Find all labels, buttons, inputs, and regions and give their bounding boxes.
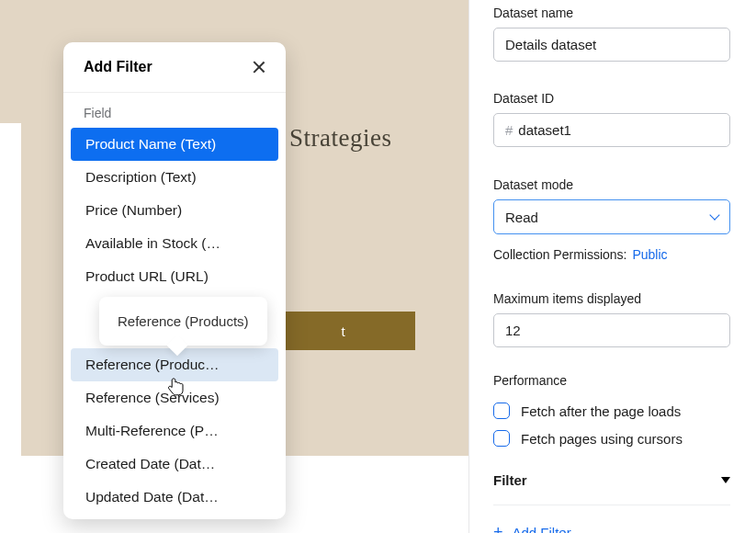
chevron-down-icon: [709, 210, 719, 220]
dataset-mode-value: Read: [505, 210, 538, 225]
add-filter-button[interactable]: + Add Filter: [493, 524, 730, 533]
dataset-name-label: Dataset name: [493, 6, 730, 20]
triangle-down-icon: [721, 477, 730, 483]
divider: [493, 505, 730, 505]
dataset-id-label: Dataset ID: [493, 91, 730, 106]
dataset-name-value: Details dataset: [505, 37, 596, 52]
collection-permissions: Collection Permissions: Public: [493, 247, 730, 262]
filter-section-toggle[interactable]: Filter: [493, 472, 730, 488]
hash-icon: #: [505, 122, 513, 138]
close-icon[interactable]: [253, 61, 265, 74]
field-item-product-url[interactable]: Product URL (URL): [71, 260, 278, 293]
plus-icon: +: [493, 524, 503, 533]
field-item-multi-reference[interactable]: Multi-Reference (P…: [71, 414, 278, 448]
field-item-product-name[interactable]: Product Name (Text): [71, 128, 278, 161]
filter-label: Filter: [493, 472, 527, 488]
page-heading: Strategies: [289, 124, 391, 153]
fetch-after-label: Fetch after the page loads: [521, 403, 681, 419]
fetch-cursors-checkbox-row[interactable]: Fetch pages using cursors: [493, 430, 730, 447]
field-tooltip: Reference (Products): [99, 297, 267, 346]
fetch-cursors-label: Fetch pages using cursors: [521, 431, 683, 447]
checkbox-icon: [493, 430, 510, 447]
dataset-mode-select[interactable]: Read: [493, 199, 730, 234]
performance-label: Performance: [493, 373, 730, 388]
max-items-value: 12: [505, 323, 521, 338]
add-filter-popover: Add Filter Field Product Name (Text) Des…: [63, 42, 286, 519]
field-item-description[interactable]: Description (Text): [71, 161, 278, 194]
add-filter-label: Add Filter: [513, 525, 571, 534]
popover-title: Add Filter: [84, 59, 152, 75]
tooltip-text: Reference (Products): [118, 313, 249, 329]
permissions-link[interactable]: Public: [632, 247, 667, 262]
dataset-id-input[interactable]: # dataset1: [493, 113, 730, 147]
brown-button-label: t: [341, 323, 344, 339]
field-item-updated-date[interactable]: Updated Date (Dat…: [71, 481, 278, 514]
dataset-id-value: dataset1: [518, 122, 571, 138]
field-item-reference-services[interactable]: Reference (Services): [71, 381, 278, 414]
field-item-created-date[interactable]: Created Date (Dat…: [71, 448, 278, 481]
field-section-label: Field: [63, 93, 286, 128]
field-item-price[interactable]: Price (Number): [71, 194, 278, 227]
dataset-name-input[interactable]: Details dataset: [493, 28, 730, 62]
dataset-mode-label: Dataset mode: [493, 177, 730, 192]
checkbox-icon: [493, 403, 510, 419]
max-items-label: Maximum items displayed: [493, 291, 730, 306]
fetch-after-checkbox-row[interactable]: Fetch after the page loads: [493, 403, 730, 419]
settings-panel: Dataset name Details dataset Dataset ID …: [468, 0, 756, 533]
permissions-label: Collection Permissions:: [493, 247, 627, 262]
max-items-input[interactable]: 12: [493, 313, 730, 347]
field-item-available[interactable]: Available in Stock (…: [71, 227, 278, 260]
popover-header: Add Filter: [63, 42, 286, 93]
